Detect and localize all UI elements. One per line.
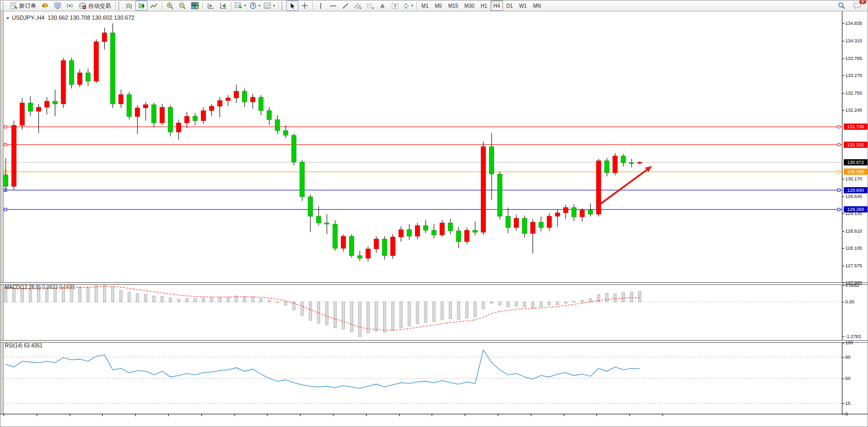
candle [77, 73, 82, 85]
macd-bar [251, 297, 254, 302]
candle [440, 223, 445, 235]
timeframe-m5[interactable]: M5 [432, 1, 445, 11]
candle [36, 107, 41, 111]
autotrading-button[interactable]: 自动交易 [76, 1, 114, 11]
chart-title[interactable]: ▼USDJPY-,H4 130.662 130.708 130.602 130.… [6, 14, 134, 21]
fibonacci-icon[interactable]: F [364, 1, 376, 11]
svg-text:T: T [393, 4, 397, 9]
tile-windows-icon[interactable] [188, 1, 201, 11]
timeframe-d1[interactable]: D1 [503, 1, 516, 11]
macd-bar [326, 302, 328, 325]
macd-bar [350, 302, 353, 332]
chevron-down-icon[interactable]: ▾ [273, 4, 275, 8]
equidistant-channel-icon[interactable]: E [352, 1, 364, 11]
candle [127, 95, 132, 117]
crosshair-icon[interactable] [298, 1, 311, 11]
candle [234, 91, 239, 98]
chevron-down-icon[interactable]: ▾ [244, 4, 246, 8]
macd-bar [112, 287, 114, 302]
pane-splitter-macd[interactable] [1, 282, 868, 285]
toolbar-grip[interactable] [3, 2, 6, 10]
trendline-icon[interactable] [339, 1, 352, 11]
macd-bar [276, 302, 279, 302]
timeframe-w1[interactable]: W1 [516, 1, 530, 11]
macd-label: MACD(12,26,9) 0.3833 0.1621 [5, 284, 75, 290]
macd-bar [482, 302, 485, 309]
new-order-button-label: 新订单 [19, 2, 36, 10]
price-flag-129.840: 129.840 [844, 187, 867, 193]
candle [4, 175, 8, 187]
cursor-icon[interactable] [286, 1, 298, 11]
line-chart-icon[interactable] [148, 1, 160, 11]
macd-bar [630, 292, 633, 302]
toolbar-grip[interactable] [118, 2, 122, 10]
macd-bar [639, 292, 641, 302]
macd-bar [161, 296, 164, 302]
candle [111, 33, 115, 104]
signals-icon[interactable] [64, 1, 76, 11]
timeframe-mn[interactable]: MN [530, 1, 544, 11]
chart-menu-triangle-icon[interactable]: ▼ [6, 16, 10, 21]
candle [275, 119, 280, 130]
candle [308, 197, 313, 216]
macd-bar [383, 302, 386, 332]
timeframe-m1[interactable]: M1 [418, 1, 432, 11]
macd-bar [103, 285, 106, 302]
arrows-button[interactable]: ▾ [401, 1, 415, 11]
chevron-down-icon[interactable]: ▾ [412, 4, 414, 8]
market-watch-icon[interactable] [39, 1, 51, 11]
periods-button[interactable]: ▾ [248, 1, 262, 11]
price-tick: 132.240 [845, 108, 862, 113]
candle [555, 213, 560, 216]
candle [283, 131, 288, 135]
candle [605, 161, 609, 173]
chevron-down-icon[interactable]: ▾ [259, 4, 261, 8]
macd-bar [433, 302, 435, 322]
candle [423, 225, 428, 230]
macd-bar [416, 302, 419, 324]
candle [465, 230, 469, 241]
terminal-icon[interactable] [51, 1, 64, 11]
chart-shift-end-icon[interactable] [204, 1, 217, 11]
macd-signal-line [6, 286, 640, 330]
candle [11, 125, 16, 186]
vertical-line-icon[interactable] [314, 1, 327, 11]
timeframe-h4[interactable]: H4 [491, 1, 503, 11]
search-icon[interactable] [835, 1, 848, 11]
timeframe-h1[interactable]: H1 [478, 1, 491, 11]
timeframe-m15[interactable]: M15 [445, 1, 461, 11]
candle [317, 216, 321, 223]
toolbar-right: 1 [835, 1, 863, 11]
candle [481, 147, 486, 232]
chat-icon[interactable]: 1 [851, 1, 863, 11]
timeframe-m30[interactable]: M30 [461, 1, 477, 11]
zoom-in-icon[interactable] [164, 1, 176, 11]
templates-button[interactable]: ▾ [262, 1, 277, 11]
chart-title-symbol: USDJPY-,H4 [12, 14, 44, 21]
candlestick-icon[interactable] [135, 1, 148, 11]
horizontal-line-icon[interactable] [327, 1, 339, 11]
macd-bar [540, 302, 542, 307]
chart-title-ohlc: 130.662 130.708 130.602 130.672 [48, 14, 134, 21]
toolbar-grip[interactable] [281, 2, 285, 10]
mt4-window: 新订单自动交易▾▾▾EFAT▾M1M5M15M30H1H4D1W1MN 1 ▼U… [0, 0, 868, 427]
rsi-tick: 50 [845, 376, 850, 381]
bar-chart-icon[interactable] [123, 1, 135, 11]
macd-bar [95, 285, 98, 302]
candle [473, 230, 478, 232]
price-chart[interactable] [1, 11, 868, 424]
pane-splitter-rsi[interactable] [1, 340, 868, 343]
hline-handle [4, 126, 7, 128]
new-order-button[interactable]: 新订单 [7, 1, 39, 11]
text-label-icon[interactable]: T [389, 1, 401, 11]
macd-bar [515, 302, 517, 306]
macd-bar [581, 300, 583, 302]
new-chart-button[interactable]: ▾ [233, 1, 248, 11]
zoom-out-icon[interactable] [176, 1, 188, 11]
svg-text:E: E [359, 6, 361, 9]
macd-bar [194, 299, 196, 302]
candle [44, 101, 49, 108]
macd-bar [466, 302, 468, 318]
chart-auto-scroll-icon[interactable] [217, 1, 229, 11]
text-icon[interactable]: A [376, 1, 389, 11]
